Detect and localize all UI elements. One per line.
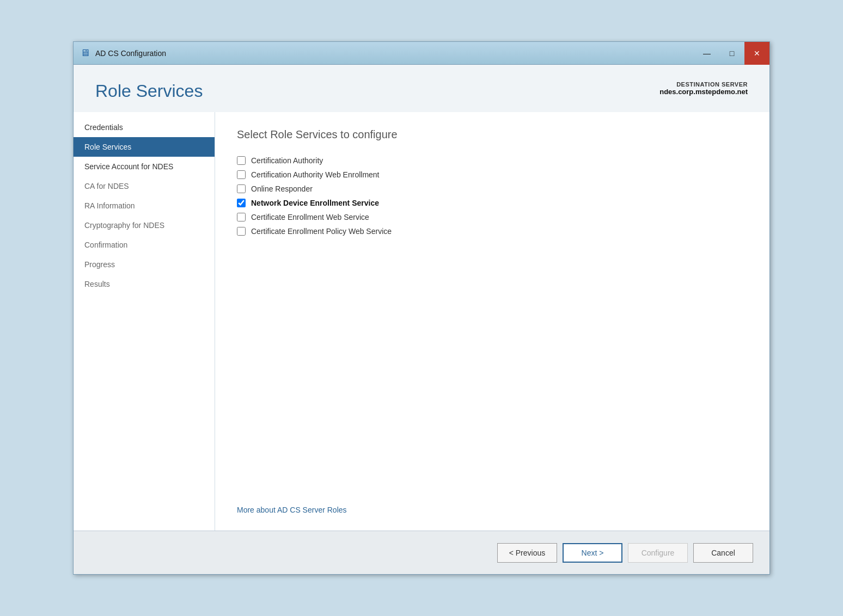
main-panel: Select Role Services to configure Certif… <box>215 112 769 531</box>
role-services-list: Certification Authority Certification Au… <box>237 156 748 236</box>
role-label-ndes: Network Device Enrollment Service <box>251 199 379 207</box>
sidebar-item-role-services[interactable]: Role Services <box>74 137 215 157</box>
checkbox-online-responder[interactable] <box>237 184 246 193</box>
titlebar: 🖥 AD CS Configuration — □ ✕ <box>74 42 769 65</box>
checkbox-cert-authority[interactable] <box>237 156 246 165</box>
sidebar-item-cryptography: Cryptography for NDES <box>74 215 215 235</box>
role-item-ndes[interactable]: Network Device Enrollment Service <box>237 199 748 207</box>
role-item-cert-enrollment-policy[interactable]: Certificate Enrollment Policy Web Servic… <box>237 227 748 236</box>
sidebar-nav: Credentials Role Services Service Accoun… <box>74 112 215 531</box>
checkbox-cert-enrollment-policy[interactable] <box>237 227 246 236</box>
close-button[interactable]: ✕ <box>744 42 769 65</box>
role-label-online-responder: Online Responder <box>251 184 313 193</box>
titlebar-left: 🖥 AD CS Configuration <box>79 47 166 59</box>
sidebar-item-confirmation: Confirmation <box>74 235 215 255</box>
main-body: Credentials Role Services Service Accoun… <box>74 112 769 531</box>
minimize-button[interactable]: — <box>694 42 719 65</box>
role-label-cert-authority: Certification Authority <box>251 156 323 165</box>
sidebar-item-credentials[interactable]: Credentials <box>74 118 215 137</box>
checkbox-cert-enrollment-web[interactable] <box>237 213 246 221</box>
app-icon: 🖥 <box>79 47 91 59</box>
previous-button[interactable]: < Previous <box>497 543 557 563</box>
sidebar-item-service-account[interactable]: Service Account for NDES <box>74 157 215 176</box>
role-label-cert-enrollment-web: Certificate Enrollment Web Service <box>251 213 369 221</box>
panel-subtitle: Select Role Services to configure <box>237 128 748 141</box>
cancel-button[interactable]: Cancel <box>693 543 753 563</box>
role-item-cert-enrollment-web[interactable]: Certificate Enrollment Web Service <box>237 213 748 221</box>
destination-label: DESTINATION SERVER <box>659 81 748 88</box>
configure-button[interactable]: Configure <box>628 543 688 563</box>
server-name: ndes.corp.mstepdemo.net <box>659 88 748 96</box>
more-about-link[interactable]: More about AD CS Server Roles <box>237 506 347 514</box>
window-title: AD CS Configuration <box>95 49 166 58</box>
role-item-cert-authority[interactable]: Certification Authority <box>237 156 748 165</box>
content-area: Role Services DESTINATION SERVER ndes.co… <box>74 65 769 574</box>
next-button[interactable]: Next > <box>563 543 622 563</box>
sidebar-item-results: Results <box>74 274 215 294</box>
role-label-cert-enrollment-policy: Certificate Enrollment Policy Web Servic… <box>251 227 392 236</box>
role-item-cert-authority-web[interactable]: Certification Authority Web Enrollment <box>237 170 748 179</box>
sidebar-item-ca-ndes: CA for NDES <box>74 176 215 196</box>
role-item-online-responder[interactable]: Online Responder <box>237 184 748 193</box>
page-title: Role Services <box>95 81 203 101</box>
role-label-cert-authority-web: Certification Authority Web Enrollment <box>251 170 380 179</box>
sidebar-item-ra-info: RA Information <box>74 196 215 215</box>
footer: < Previous Next > Configure Cancel <box>74 531 769 574</box>
sidebar-item-progress: Progress <box>74 255 215 274</box>
checkbox-cert-authority-web[interactable] <box>237 170 246 179</box>
window-controls: — □ ✕ <box>694 42 769 64</box>
server-info: DESTINATION SERVER ndes.corp.mstepdemo.n… <box>659 81 748 96</box>
checkbox-ndes[interactable] <box>237 199 246 207</box>
maximize-button[interactable]: □ <box>719 42 744 65</box>
page-header: Role Services DESTINATION SERVER ndes.co… <box>74 65 769 112</box>
main-window: 🖥 AD CS Configuration — □ ✕ Role Service… <box>73 41 770 575</box>
